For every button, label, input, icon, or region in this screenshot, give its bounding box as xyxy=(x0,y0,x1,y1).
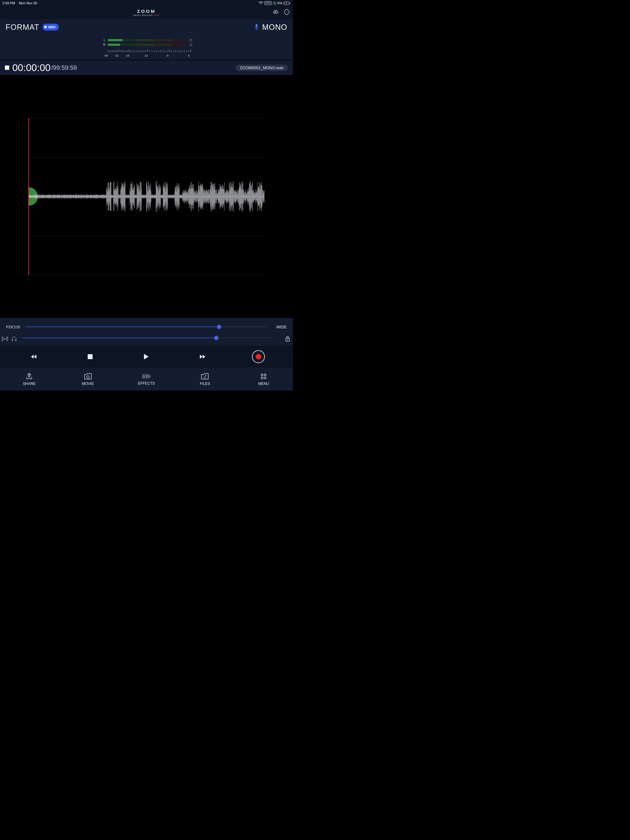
svg-point-63 xyxy=(87,376,89,378)
waveform-display xyxy=(28,180,264,213)
app-bar: ZOOM Handy Recorder PRO xyxy=(0,6,293,19)
svg-point-7 xyxy=(287,12,287,12)
headphones-icon[interactable] xyxy=(11,336,17,343)
meter-right-peak xyxy=(190,44,192,46)
sliders-panel: FOCUS WIDE xyxy=(0,318,293,346)
svg-point-74 xyxy=(264,377,266,379)
meter-right-label: R xyxy=(101,43,106,46)
nav-effects-label: EFFECTS xyxy=(138,381,155,385)
rotation-lock-icon[interactable] xyxy=(283,9,290,16)
broadcast-icon[interactable] xyxy=(2,336,8,343)
format-badge-text: WAV xyxy=(48,25,56,29)
status-time: 2:59 PM xyxy=(2,1,15,5)
format-label[interactable]: FORMAT xyxy=(6,23,40,32)
fast-forward-button[interactable] xyxy=(196,351,208,363)
stop-button[interactable] xyxy=(84,351,96,363)
svg-point-57 xyxy=(4,338,6,339)
format-badge[interactable]: WAV xyxy=(43,24,59,30)
svg-point-71 xyxy=(261,374,263,376)
svg-rect-73 xyxy=(261,377,263,379)
microphone-icon[interactable] xyxy=(254,24,259,30)
focus-slider[interactable] xyxy=(25,327,268,327)
nav-movie-label: MOVIE xyxy=(82,382,94,386)
lock-icon[interactable] xyxy=(285,338,290,343)
svg-rect-59 xyxy=(15,339,17,341)
channel-mode-label[interactable]: MONO xyxy=(262,23,287,32)
meter-left-label: L xyxy=(101,38,106,42)
nav-menu-label: MENU xyxy=(258,382,269,386)
svg-point-72 xyxy=(264,374,266,376)
format-row: FORMAT WAV MONO xyxy=(0,19,293,35)
meter-left-segments xyxy=(108,39,187,41)
app-title: ZOOM Handy Recorder PRO xyxy=(133,9,160,16)
level-meter: L R -48-32-18-12-60 xyxy=(0,35,293,60)
vpn-badge: VPN xyxy=(264,1,272,5)
svg-rect-2 xyxy=(290,2,290,4)
status-date: Mon Nov 30 xyxy=(19,1,37,5)
meter-scale-labels: -48-32-18-12-60 xyxy=(101,54,192,58)
rewind-button[interactable] xyxy=(28,351,40,363)
meter-left-peak xyxy=(190,39,192,41)
nav-files-label: FILES xyxy=(200,382,210,386)
transport-bar xyxy=(0,346,293,368)
focus-label: FOCUS xyxy=(6,325,22,329)
bottom-nav: SHARE MOVIE EFFECTS FILES MENU xyxy=(0,368,293,390)
battery-icon xyxy=(283,2,290,5)
nav-movie[interactable]: MOVIE xyxy=(59,368,117,390)
svg-rect-58 xyxy=(12,339,13,341)
orientation-lock-icon xyxy=(273,2,276,5)
svg-rect-8 xyxy=(256,24,258,27)
cloud-off-icon[interactable] xyxy=(272,9,279,16)
app-logo-text: ZOOM xyxy=(133,9,160,14)
badge-dot-icon xyxy=(44,26,47,28)
record-dot-icon xyxy=(256,354,261,359)
play-button[interactable] xyxy=(140,351,152,363)
wifi-icon xyxy=(259,2,263,5)
record-button[interactable] xyxy=(252,350,265,363)
time-max: /99:59:59 xyxy=(51,64,77,71)
nav-files[interactable]: FILES xyxy=(176,368,234,390)
app-subtitle-pro: PRO xyxy=(154,14,160,16)
battery-pct: 6% xyxy=(277,1,282,5)
stop-indicator-icon xyxy=(5,65,9,70)
playhead-line[interactable] xyxy=(28,118,29,275)
status-bar: 2:59 PM Mon Nov 30 VPN 6% xyxy=(0,0,293,6)
waveform-area[interactable] xyxy=(0,75,293,318)
meter-right-segments xyxy=(108,44,187,46)
nav-share-label: SHARE xyxy=(23,382,36,386)
time-bar: 00:00:00 /99:59:59 ZOOM0001_MONO.wav xyxy=(0,60,293,75)
nav-share[interactable]: SHARE xyxy=(0,368,59,390)
meter-ruler xyxy=(101,48,192,54)
app-subtitle: Handy Recorder xyxy=(133,14,153,16)
svg-rect-3 xyxy=(284,2,285,4)
svg-rect-62 xyxy=(88,354,93,359)
wide-label: WIDE xyxy=(271,325,287,329)
monitor-slider[interactable] xyxy=(22,338,271,338)
svg-point-61 xyxy=(287,339,288,340)
nav-menu[interactable]: MENU xyxy=(234,368,293,390)
nav-effects[interactable]: EFFECTS xyxy=(117,368,176,390)
time-current: 00:00:00 xyxy=(12,62,51,74)
current-filename[interactable]: ZOOM0001_MONO.wav xyxy=(236,65,288,71)
